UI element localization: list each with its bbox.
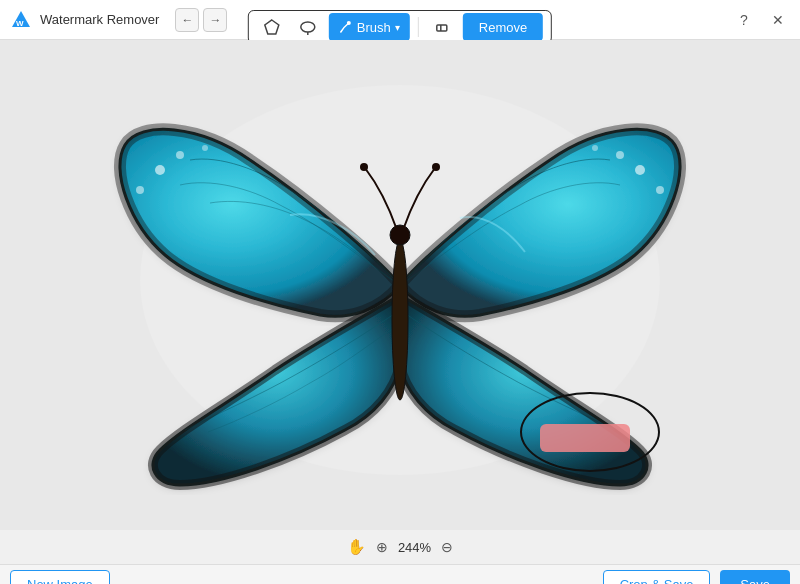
zoom-out-icon[interactable]: ⊖ bbox=[441, 539, 453, 555]
svg-point-14 bbox=[616, 151, 624, 159]
brush-chevron-icon: ▾ bbox=[395, 22, 400, 33]
title-left: W Watermark Remover ← → bbox=[10, 8, 227, 32]
hand-tool-icon[interactable]: ✋ bbox=[347, 538, 366, 556]
eraser-tool-button[interactable] bbox=[427, 13, 457, 41]
svg-point-13 bbox=[635, 165, 645, 175]
crop-save-button[interactable]: Crop & Save bbox=[603, 570, 711, 584]
forward-button[interactable]: → bbox=[203, 8, 227, 32]
svg-point-20 bbox=[432, 163, 440, 171]
svg-point-3 bbox=[301, 22, 315, 32]
canvas-area[interactable] bbox=[0, 40, 800, 530]
back-button[interactable]: ← bbox=[175, 8, 199, 32]
app-logo-icon: W bbox=[10, 9, 32, 31]
svg-point-18 bbox=[390, 225, 410, 245]
svg-point-10 bbox=[176, 151, 184, 159]
svg-point-12 bbox=[136, 186, 144, 194]
title-right: ? ✕ bbox=[732, 8, 790, 32]
svg-point-11 bbox=[202, 145, 208, 151]
brush-tool-button[interactable]: Brush ▾ bbox=[329, 13, 410, 41]
toolbar-separator-1 bbox=[418, 17, 419, 37]
help-button[interactable]: ? bbox=[732, 8, 756, 32]
svg-point-16 bbox=[656, 186, 664, 194]
save-button[interactable]: Save bbox=[720, 570, 790, 584]
image-container bbox=[110, 70, 690, 500]
svg-point-17 bbox=[392, 240, 408, 400]
main-toolbar: Brush ▾ Remove bbox=[248, 10, 552, 44]
svg-point-15 bbox=[592, 145, 598, 151]
close-button[interactable]: ✕ bbox=[766, 8, 790, 32]
close-icon: ✕ bbox=[772, 12, 784, 28]
svg-point-19 bbox=[360, 163, 368, 171]
title-bar: W Watermark Remover ← → bbox=[0, 0, 800, 40]
app-title: Watermark Remover bbox=[40, 12, 159, 27]
zoom-bar: ✋ ⊕ 244% ⊖ bbox=[0, 530, 800, 564]
brush-mark bbox=[540, 424, 630, 452]
svg-point-9 bbox=[155, 165, 165, 175]
svg-text:W: W bbox=[16, 19, 24, 28]
brush-label: Brush bbox=[357, 20, 391, 35]
remove-button[interactable]: Remove bbox=[463, 13, 543, 41]
new-image-button[interactable]: New Image bbox=[10, 570, 110, 584]
svg-marker-2 bbox=[265, 20, 279, 34]
zoom-level-label: 244% bbox=[398, 540, 431, 555]
svg-rect-6 bbox=[437, 25, 447, 31]
svg-point-5 bbox=[347, 21, 351, 25]
help-icon: ? bbox=[740, 12, 748, 28]
bottom-bar: New Image Crop & Save Save bbox=[0, 564, 800, 584]
lasso-tool-button[interactable] bbox=[293, 13, 323, 41]
nav-arrows: ← → bbox=[175, 8, 227, 32]
bottom-right-actions: Crop & Save Save bbox=[603, 570, 790, 584]
polygon-tool-button[interactable] bbox=[257, 13, 287, 41]
zoom-in-icon[interactable]: ⊕ bbox=[376, 539, 388, 555]
